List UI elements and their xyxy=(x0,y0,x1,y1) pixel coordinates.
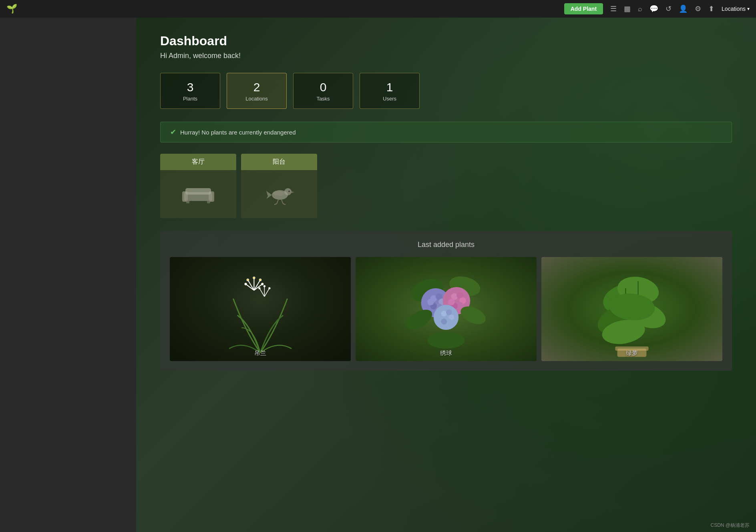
svg-point-34 xyxy=(258,287,260,289)
dashboard-area: Dashboard Hi Admin, welcome back! 3 Plan… xyxy=(136,18,756,532)
check-circle-icon: ✔ xyxy=(170,128,176,137)
plant-image-3: 绿萝 xyxy=(541,257,722,361)
user-icon[interactable]: 👤 xyxy=(679,4,688,13)
locations-label: Locations xyxy=(245,96,268,102)
svg-point-9 xyxy=(288,191,290,192)
svg-point-28 xyxy=(247,279,249,281)
svg-line-20 xyxy=(246,284,254,291)
spider-plant-illustration xyxy=(170,257,351,361)
locations-dropdown-label: Locations xyxy=(722,6,746,12)
tasks-count: 0 xyxy=(320,80,327,94)
svg-point-7 xyxy=(284,188,292,195)
svg-point-25 xyxy=(244,283,247,285)
dashboard-title: Dashboard xyxy=(160,34,732,48)
svg-marker-8 xyxy=(291,191,294,193)
tasks-label: Tasks xyxy=(316,96,330,102)
nav-left: 🌱 xyxy=(6,4,17,14)
plant-card-pothos[interactable]: 绿萝 xyxy=(541,257,722,361)
stat-card-locations[interactable]: 2 Locations xyxy=(227,73,287,109)
svg-point-52 xyxy=(434,305,458,330)
svg-point-37 xyxy=(427,332,465,349)
svg-line-31 xyxy=(259,288,264,297)
add-plant-button[interactable]: Add Plant xyxy=(564,3,603,14)
svg-point-56 xyxy=(446,319,452,325)
svg-point-11 xyxy=(273,191,285,196)
pothos-illustration xyxy=(541,257,722,361)
svg-point-57 xyxy=(441,319,447,325)
export-icon[interactable]: ⬆ xyxy=(708,4,714,13)
svg-point-53 xyxy=(441,311,447,317)
chat-icon[interactable]: 💬 xyxy=(649,4,658,13)
svg-rect-3 xyxy=(185,188,211,195)
svg-point-24 xyxy=(261,283,263,285)
footer-credit: CSDN @杨浦老苏 xyxy=(710,522,750,529)
svg-point-54 xyxy=(446,309,452,315)
list-icon[interactable]: ☰ xyxy=(610,4,617,13)
alert-text: Hurray! No plants are currently endanger… xyxy=(180,129,296,136)
location-name-living-room: 客厅 xyxy=(160,154,236,170)
stat-card-tasks[interactable]: 0 Tasks xyxy=(293,73,353,109)
svg-point-27 xyxy=(259,279,261,281)
location-card-living-room[interactable]: 客厅 xyxy=(160,154,236,218)
stat-card-plants[interactable]: 3 Plants xyxy=(160,73,220,109)
location-body-balcony xyxy=(241,170,317,218)
svg-line-12 xyxy=(277,200,278,204)
users-label: Users xyxy=(383,96,396,102)
top-navigation: 🌱 Add Plant ☰ ▦ ⌕ 💬 ↺ 👤 ⚙ ⬆ Locations ▾ xyxy=(0,0,756,18)
svg-line-14 xyxy=(274,204,277,205)
plant-card-hydrangea[interactable]: 绣球 xyxy=(356,257,537,361)
plants-label: Plants xyxy=(183,96,197,102)
location-card-balcony[interactable]: 阳台 xyxy=(241,154,317,218)
dropdown-arrow-icon: ▾ xyxy=(747,6,750,12)
svg-point-51 xyxy=(448,299,455,305)
history-icon[interactable]: ↺ xyxy=(666,4,672,13)
plants-section: Last added plants xyxy=(160,231,732,371)
users-count: 1 xyxy=(386,80,393,94)
svg-point-33 xyxy=(268,287,270,289)
svg-point-44 xyxy=(427,299,434,305)
settings-icon[interactable]: ⚙ xyxy=(695,4,701,13)
svg-line-18 xyxy=(248,280,254,290)
locations-cards-row: 客厅 阳台 xyxy=(160,154,732,218)
plant-name-3: 绿萝 xyxy=(626,349,638,357)
plants-grid: 吊兰 xyxy=(170,257,722,361)
stats-row: 3 Plants 2 Locations 0 Tasks 1 Users xyxy=(160,73,732,109)
sofa-icon xyxy=(182,184,214,204)
dashboard-content: Dashboard Hi Admin, welcome back! 3 Plan… xyxy=(136,18,756,387)
svg-line-15 xyxy=(283,204,286,205)
svg-marker-10 xyxy=(266,191,272,199)
app-logo: 🌱 xyxy=(6,4,17,14)
plant-card-diaolanl[interactable]: 吊兰 xyxy=(170,257,351,361)
alert-banner: ✔ Hurray! No plants are currently endang… xyxy=(160,122,732,143)
search-icon[interactable]: ⌕ xyxy=(638,5,642,13)
plants-count: 3 xyxy=(187,80,194,94)
svg-line-30 xyxy=(264,288,269,297)
dashboard-subtitle: Hi Admin, welcome back! xyxy=(160,52,732,60)
plant-image-2: 绣球 xyxy=(356,257,537,361)
plant-image-1: 吊兰 xyxy=(170,257,351,361)
location-name-balcony: 阳台 xyxy=(241,154,317,170)
nav-right: Add Plant ☰ ▦ ⌕ 💬 ↺ 👤 ⚙ ⬆ Locations ▾ xyxy=(564,3,750,14)
main-wrapper: Dashboard Hi Admin, welcome back! 3 Plan… xyxy=(0,18,756,532)
svg-rect-4 xyxy=(186,200,189,203)
plant-name-1: 吊兰 xyxy=(254,349,266,357)
locations-dropdown[interactable]: Locations ▾ xyxy=(722,6,750,12)
svg-rect-5 xyxy=(207,200,210,203)
bird-icon xyxy=(263,182,295,206)
left-sidebar xyxy=(0,18,136,532)
svg-line-19 xyxy=(254,284,262,291)
svg-point-26 xyxy=(253,277,255,279)
stat-card-users[interactable]: 1 Users xyxy=(360,73,420,109)
svg-line-13 xyxy=(281,200,283,204)
location-body-living-room xyxy=(160,170,236,218)
plant-name-2: 绣球 xyxy=(440,349,452,357)
plants-section-title: Last added plants xyxy=(170,241,722,249)
hydrangea-illustration xyxy=(356,257,537,361)
locations-count: 2 xyxy=(253,80,260,94)
svg-point-32 xyxy=(263,285,265,287)
calendar-icon[interactable]: ▦ xyxy=(624,4,631,13)
